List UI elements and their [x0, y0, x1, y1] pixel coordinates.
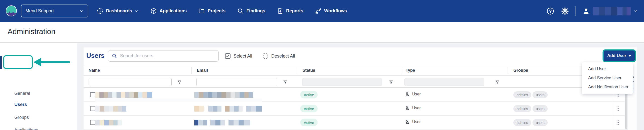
menu-item-add-service-user[interactable]: Add Service User: [582, 73, 633, 83]
name-redacted: [95, 106, 126, 112]
type-filter-input: [404, 78, 484, 86]
users-heading: Users: [86, 52, 104, 60]
filter-funnel-icon[interactable]: [495, 80, 500, 85]
filter-funnel-icon[interactable]: [389, 80, 393, 85]
group-badge: users: [533, 119, 548, 126]
status-badge: Active: [300, 105, 318, 112]
mend-logo-icon[interactable]: [6, 5, 17, 17]
sidebar-selected-indicator: [0, 56, 2, 69]
nav-item-applications[interactable]: Applications: [150, 8, 187, 14]
nav-item-projects[interactable]: Projects: [198, 8, 225, 14]
dashed-square-icon: [262, 53, 269, 59]
add-user-dropdown-menu: Add UserAdd Service UserAdd Notification…: [582, 62, 633, 94]
email-redacted: [194, 120, 250, 125]
select-all-label: Select All: [234, 54, 252, 59]
name-redacted: [95, 120, 122, 125]
page-title: Administration: [8, 27, 55, 36]
row-actions-kebab-menu[interactable]: [615, 119, 621, 126]
organization-selector[interactable]: Mend Support: [21, 5, 88, 17]
deselect-all-button[interactable]: Deselect All: [262, 52, 295, 60]
gear-icon[interactable]: [561, 7, 569, 15]
select-all-button[interactable]: Select All: [224, 52, 252, 60]
filter-funnel-icon[interactable]: [177, 80, 182, 85]
chevron-down-icon: [79, 9, 84, 13]
sidebar-item-groups[interactable]: Groups: [14, 115, 29, 120]
row-checkbox[interactable]: [90, 106, 95, 111]
group-badge: users: [533, 105, 548, 112]
email-redacted: [194, 92, 253, 98]
svg-text:?: ?: [549, 9, 552, 13]
name-filter-input[interactable]: [89, 78, 172, 86]
group-badge: admins: [513, 91, 531, 98]
status-filter-input: [302, 78, 382, 86]
column-separator: [401, 67, 401, 74]
status-badge: Active: [300, 119, 318, 126]
group-badge: admins: [513, 105, 531, 112]
sidebar-item-applications[interactable]: Applications: [14, 127, 38, 130]
annotation-arrow: [33, 58, 41, 66]
help-icon[interactable]: ?: [546, 7, 554, 15]
column-header-groups[interactable]: Groups: [513, 68, 528, 73]
main-nav-items: DashboardsApplicationsProjectsFindingsRe…: [97, 0, 347, 22]
workflow-icon: [315, 8, 322, 14]
top-navigation-bar: Mend Support DashboardsApplicationsProje…: [0, 0, 644, 22]
deselect-all-label: Deselect All: [271, 54, 295, 59]
column-header-email[interactable]: Email: [197, 68, 208, 73]
email-filter-input[interactable]: [196, 78, 277, 86]
row-actions-kebab-menu[interactable]: [615, 105, 621, 113]
nav-item-workflows[interactable]: Workflows: [315, 8, 347, 14]
nav-item-findings[interactable]: Findings: [237, 8, 265, 14]
type-label: User: [412, 92, 421, 96]
row-checkbox[interactable]: [90, 92, 95, 97]
column-header-type[interactable]: Type: [406, 68, 415, 73]
add-user-button[interactable]: Add User: [604, 50, 635, 61]
menu-item-add-notification-user[interactable]: Add Notification User: [582, 83, 633, 92]
folder-icon: [198, 8, 205, 14]
chevron-down-icon: [634, 9, 638, 13]
column-separator: [191, 67, 192, 74]
nav-item-dashboards[interactable]: Dashboards: [97, 8, 139, 14]
group-badge: users: [533, 91, 548, 98]
header-bottom-border: [84, 75, 625, 76]
chevron-down-icon: [135, 9, 139, 13]
type-label: User: [412, 106, 421, 110]
name-redacted: [95, 92, 152, 98]
user-avatar-icon: [582, 7, 590, 15]
search-users-input[interactable]: [120, 53, 215, 59]
table-row: Active User admins users: [84, 88, 625, 102]
add-user-button-label: Add User: [607, 53, 626, 58]
dashboard-gauge-icon: [97, 8, 103, 14]
table-row: Active User admins users: [84, 102, 625, 116]
cube-icon: [150, 8, 157, 14]
row-checkbox[interactable]: [90, 120, 95, 125]
user-account-menu[interactable]: [582, 7, 638, 15]
sidebar-item-users[interactable]: Users: [14, 102, 27, 107]
menu-item-add-user[interactable]: Add User: [582, 64, 633, 73]
email-redacted: [194, 106, 262, 112]
nav-item-reports[interactable]: Reports: [277, 8, 303, 14]
person-icon: [405, 105, 410, 111]
user-name-redacted: [593, 7, 631, 15]
filter-funnel-icon[interactable]: [283, 80, 287, 85]
type-cell: User: [405, 119, 421, 124]
sidebar-item-general[interactable]: General: [14, 91, 30, 96]
grid-top-border: [84, 65, 625, 65]
person-icon: [405, 91, 410, 97]
organization-selector-label: Mend Support: [25, 8, 79, 14]
group-badge: admins: [513, 119, 531, 126]
annotation-highlight-box: [3, 55, 33, 69]
column-separator: [297, 67, 297, 74]
search-users-box: [108, 50, 219, 62]
report-icon: [277, 8, 284, 14]
column-header-name[interactable]: Name: [89, 68, 100, 73]
status-badge: Active: [300, 91, 318, 98]
topbar-right-cluster: ?: [546, 0, 638, 22]
page-title-bar: Administration: [0, 22, 644, 43]
search-icon: [112, 53, 117, 59]
column-separator: [508, 67, 508, 74]
table-row: Active User admins users: [84, 116, 625, 129]
column-header-status[interactable]: Status: [302, 68, 315, 73]
type-label: User: [412, 120, 421, 124]
topbar-divider: [576, 6, 576, 16]
annotation-arrow-tail: [41, 61, 70, 63]
